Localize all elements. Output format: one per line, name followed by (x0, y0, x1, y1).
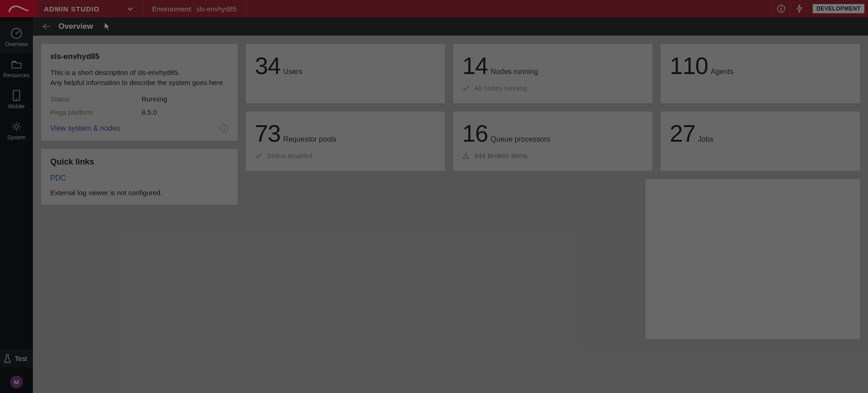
nav-item-mobile[interactable]: Mobile (0, 84, 33, 115)
stat-value: 27 (670, 120, 695, 147)
stat-card-users[interactable]: 34 Users (246, 44, 445, 103)
status-value: Running (142, 95, 167, 103)
environment-label: Environment: (152, 5, 192, 13)
cursor-icon (104, 22, 111, 31)
stat-card-queue-processors[interactable]: 16 Queue processors 444 Broken items (453, 112, 652, 171)
pega-logo-icon (8, 4, 28, 13)
system-description: This is a short description of sls-envhy… (50, 68, 228, 88)
nav-item-overview[interactable]: Overview (0, 22, 33, 53)
stat-card-nodes[interactable]: 14 Nodes running All nodes running (453, 44, 652, 103)
avatar-letter: M (14, 379, 19, 386)
mobile-icon (12, 90, 21, 101)
stat-label: Requestor pools (283, 135, 337, 143)
left-nav: Overview Resources Mobile System Test M (0, 17, 33, 393)
brand-logo (0, 0, 37, 17)
nav-label: Resources (3, 72, 29, 79)
test-label: Test (15, 355, 27, 362)
topbar-right: DEVELOPMENT (772, 0, 868, 17)
warning-icon (462, 152, 470, 159)
svg-rect-8 (466, 155, 466, 157)
check-icon (255, 152, 262, 159)
stat-value: 14 (462, 52, 488, 80)
nav-label: Overview (5, 41, 28, 48)
stat-sub: Status enabled (255, 152, 436, 159)
platform-label: Pega platform (50, 108, 142, 116)
lightning-icon (796, 4, 803, 13)
stat-label: Users (283, 68, 302, 76)
stat-sub: All nodes running (462, 84, 643, 92)
studio-switcher[interactable]: ADMIN STUDIO (37, 0, 143, 17)
log-viewer-note: External log viewer is not configured. (50, 189, 228, 196)
svg-rect-1 (781, 8, 782, 11)
svg-rect-2 (781, 6, 782, 7)
svg-point-7 (15, 125, 18, 128)
stat-label: Jobs (698, 135, 714, 143)
user-avatar[interactable]: M (10, 376, 23, 388)
stat-value: 34 (255, 52, 281, 80)
folder-icon (11, 58, 22, 70)
stat-card-jobs[interactable]: 27 Jobs (661, 112, 860, 171)
svg-rect-9 (466, 157, 466, 158)
stat-label: Queue processors (491, 135, 550, 143)
back-button[interactable] (41, 23, 50, 30)
environment-block: Environment: sls-envhyd85 (143, 0, 246, 17)
nav-label: Mobile (8, 103, 24, 110)
view-system-link[interactable]: View system & nodes (50, 124, 120, 133)
quick-links-card: Quick links PDC External log viewer is n… (41, 149, 238, 205)
content-area: Overview sls-envhyd85 This is a short de… (33, 17, 868, 393)
stat-value: 73 (255, 120, 281, 147)
stat-label: Agents (711, 68, 734, 76)
svg-point-4 (16, 33, 17, 34)
studio-name: ADMIN STUDIO (44, 5, 100, 13)
stat-sub-text: Status enabled (267, 152, 312, 159)
nav-label: System (7, 134, 26, 141)
check-icon (462, 85, 470, 92)
card-info-button[interactable]: i (220, 124, 228, 133)
page-title: Overview (58, 22, 93, 31)
nav-item-resources[interactable]: Resources (0, 53, 33, 84)
gear-icon (11, 121, 22, 133)
system-info-card: sls-envhyd85 This is a short description… (41, 44, 238, 141)
topbar: ADMIN STUDIO Environment: sls-envhyd85 D… (0, 0, 868, 17)
flask-icon (4, 354, 11, 363)
info-icon (777, 4, 786, 13)
stat-value: 16 (462, 120, 488, 147)
nav-item-system[interactable]: System (0, 115, 33, 146)
environment-name: sls-envhyd85 (196, 5, 236, 13)
stat-sub-text: 444 Broken items (474, 152, 528, 159)
stat-label: Nodes running (491, 68, 538, 76)
stat-sub: 444 Broken items (462, 152, 643, 159)
gauge-icon (11, 27, 22, 39)
test-button[interactable]: Test (0, 349, 33, 367)
stat-card-agents[interactable]: 110 Agents (661, 44, 860, 103)
platform-value: 8.5.0 (142, 108, 157, 116)
chevron-down-icon (127, 5, 133, 12)
quick-links-title: Quick links (50, 157, 228, 167)
arrow-left-icon (41, 23, 50, 30)
lightning-button[interactable] (790, 0, 808, 17)
system-title: sls-envhyd85 (50, 52, 228, 61)
stat-sub-text: All nodes running (474, 84, 527, 92)
info-button[interactable] (772, 0, 790, 17)
env-badge: DEVELOPMENT (813, 4, 864, 13)
status-row: Status Running (50, 95, 228, 103)
svg-rect-6 (16, 99, 17, 100)
platform-row: Pega platform 8.5.0 (50, 108, 228, 116)
subheader: Overview (33, 17, 868, 36)
stat-card-requestor-pools[interactable]: 73 Requestor pools Status enabled (246, 112, 445, 171)
placeholder-card (646, 179, 860, 339)
stat-value: 110 (670, 52, 708, 80)
status-label: Status (50, 95, 142, 103)
pdc-link[interactable]: PDC (50, 174, 228, 182)
